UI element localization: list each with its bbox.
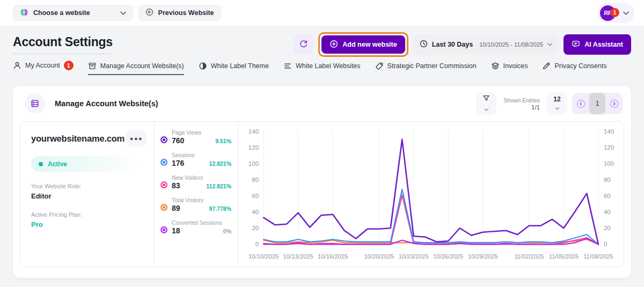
role-value: Editor <box>31 192 147 200</box>
tab-label: Invoices <box>503 62 528 70</box>
layers-icon <box>491 62 500 70</box>
metric-converted-sessions: Converted Sessions180% <box>160 216 231 239</box>
svg-text:80: 80 <box>604 176 611 183</box>
metric-dot-icon <box>160 181 167 188</box>
panel-title: Manage Account Website(s) <box>55 99 158 108</box>
svg-text:10/29/2025: 10/29/2025 <box>468 253 498 260</box>
metric-change: 9.51% <box>215 138 231 144</box>
server-icon <box>25 93 45 114</box>
notification-badge: 1 <box>610 8 619 17</box>
svg-text:60: 60 <box>604 193 611 199</box>
refresh-button[interactable] <box>293 34 313 55</box>
previous-website-button[interactable]: Previous Website <box>138 5 221 21</box>
svg-text:80: 80 <box>252 176 259 183</box>
filter-button[interactable] <box>476 92 496 115</box>
metric-dot-icon <box>160 136 167 143</box>
svg-text:10/23/2025: 10/23/2025 <box>399 253 429 260</box>
svg-text:140: 140 <box>248 128 259 135</box>
svg-text:10/10/2025: 10/10/2025 <box>248 253 279 260</box>
tab-white-label-websites[interactable]: White Label Websites <box>283 62 361 75</box>
svg-text:120: 120 <box>604 144 614 151</box>
globe-icon <box>20 8 28 18</box>
panel-header: Manage Account Website(s) Shown Entries … <box>13 86 631 120</box>
tab-label: White Label Websites <box>296 62 361 70</box>
tab-bar: My Account1Manage Account Website(s)Whit… <box>13 59 631 75</box>
svg-text:10/16/2025: 10/16/2025 <box>318 253 348 260</box>
pagination: 1 <box>572 93 623 114</box>
traffic-line-chart: 00202040406060808010010012012014014010/1… <box>238 122 624 267</box>
tab-invoices[interactable]: Invoices <box>491 62 528 75</box>
chart-area: 00202040406060808010010012012014014010/1… <box>238 122 624 267</box>
page-size-select[interactable]: 12 <box>547 92 567 115</box>
choose-website-dropdown[interactable]: Choose a website <box>13 5 133 21</box>
svg-text:120: 120 <box>248 144 259 151</box>
date-range-value: 10/10/2025 - 11/08/2025 <box>479 41 543 48</box>
status-badge: Active <box>31 156 138 172</box>
role-label: Your Website Role: <box>31 183 147 189</box>
svg-text:0: 0 <box>604 241 607 247</box>
metric-label: Page Views <box>172 129 231 136</box>
metric-value: 89 <box>172 204 180 212</box>
ai-assistant-button[interactable]: AI Assistant <box>564 34 631 55</box>
svg-text:140: 140 <box>604 128 614 135</box>
ai-assistant-label: AI Assistant <box>584 41 623 48</box>
shown-entries-label: Shown Entries <box>503 97 540 104</box>
tab-label: White Label Theme <box>211 62 269 70</box>
choose-website-label: Choose a website <box>33 9 90 17</box>
metrics-list: Page Views7609.51%Sessions17612.821%New … <box>155 122 238 267</box>
date-range-label: Last 30 Days <box>432 41 473 48</box>
status-label: Active <box>48 160 67 168</box>
metric-dot-icon <box>160 204 167 211</box>
svg-text:10/20/2025: 10/20/2025 <box>364 253 394 260</box>
archive-icon <box>88 62 97 70</box>
topbar: Choose a website Previous Website RF 1 <box>0 0 644 26</box>
current-page[interactable]: 1 <box>589 93 605 114</box>
refresh-icon <box>299 39 308 50</box>
metric-label: Converted Sessions <box>172 219 231 226</box>
add-new-website-button[interactable]: Add new website <box>321 35 405 54</box>
tab-label: My Account <box>25 62 60 69</box>
tab-privacy-consents[interactable]: Privacy Consents <box>542 62 606 75</box>
metric-value: 18 <box>172 226 180 235</box>
plus-circle-icon <box>330 40 338 50</box>
page-header: Account Settings Add new website Last 30… <box>13 32 631 57</box>
chevron-down-icon <box>555 104 560 112</box>
arrow-left-circle-icon <box>145 8 153 18</box>
metric-page-views: Page Views7609.51% <box>160 126 231 149</box>
user-menu[interactable]: RF 1 <box>597 3 634 23</box>
svg-text:40: 40 <box>252 209 259 215</box>
metric-dot-icon <box>160 226 167 233</box>
svg-text:0: 0 <box>255 241 259 247</box>
clock-icon <box>420 40 428 49</box>
metric-label: Total Visitors <box>172 197 231 203</box>
metric-change: 12.821% <box>209 160 231 167</box>
website-domain: yourwebsitename.com <box>31 134 125 144</box>
svg-text:40: 40 <box>604 209 611 215</box>
tab-label: Manage Account Website(s) <box>100 62 184 70</box>
chevron-down-icon <box>120 11 126 15</box>
date-range-picker[interactable]: Last 30 Days 10/10/2025 - 11/08/2025 <box>413 34 559 55</box>
prev-page-button[interactable] <box>572 93 589 114</box>
metric-value: 83 <box>172 181 180 190</box>
funnel-icon <box>482 94 491 104</box>
tab-manage-account-website-s[interactable]: Manage Account Website(s) <box>88 62 184 75</box>
chevron-down-icon <box>623 11 629 15</box>
status-dot-icon <box>39 162 43 166</box>
tab-strategic-partner-commission[interactable]: Strategic Partner Commission <box>375 62 477 75</box>
tab-white-label-theme[interactable]: White Label Theme <box>199 62 269 75</box>
card-menu-button[interactable]: ●●● <box>126 130 147 146</box>
previous-website-label: Previous Website <box>158 9 214 17</box>
tab-badge: 1 <box>64 61 74 70</box>
metric-new-visitors: New Visitors83112.821% <box>160 171 231 194</box>
next-page-button[interactable] <box>605 93 623 114</box>
svg-text:10/26/2025: 10/26/2025 <box>433 253 463 260</box>
manage-websites-panel: Manage Account Website(s) Shown Entries … <box>13 86 631 278</box>
tab-my-account[interactable]: My Account1 <box>13 61 74 75</box>
metric-change: 112.821% <box>206 183 231 189</box>
metric-value: 760 <box>172 136 184 145</box>
svg-text:100: 100 <box>604 160 614 167</box>
page-size-value: 12 <box>553 95 560 103</box>
contrast-icon <box>199 62 207 70</box>
svg-text:20: 20 <box>252 225 259 231</box>
pen-icon <box>542 62 551 70</box>
